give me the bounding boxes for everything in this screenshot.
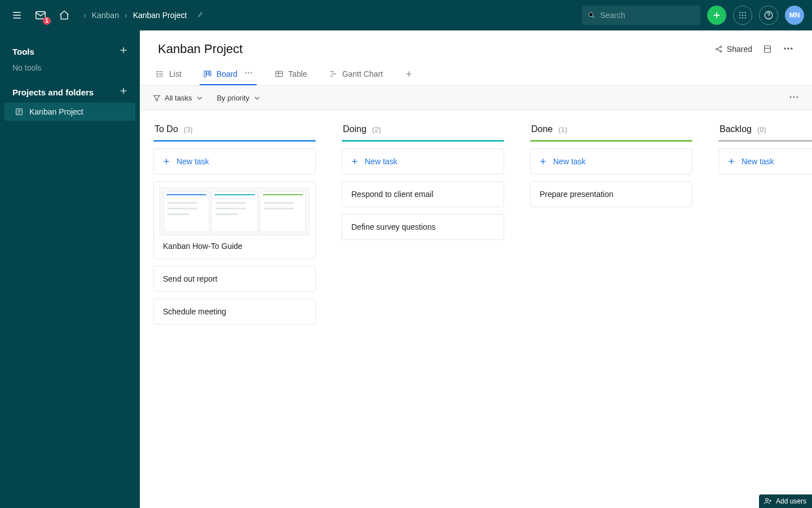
svg-point-9	[742, 12, 743, 13]
tab-gantt[interactable]: Gantt Chart	[325, 63, 386, 85]
svg-point-15	[742, 17, 743, 19]
breadcrumb-separator: ›	[125, 11, 127, 20]
column-title: To Do	[155, 124, 178, 134]
task-card[interactable]: Respond to client email	[342, 181, 504, 207]
new-task-button[interactable]: New task	[342, 148, 504, 174]
svg-rect-49	[276, 71, 283, 76]
more-horizontal-icon	[783, 43, 794, 54]
column-accent	[153, 140, 316, 142]
page-title: Kanban Project	[158, 42, 242, 56]
column-count: (2)	[372, 125, 381, 134]
search-icon	[588, 11, 595, 20]
sidebar-item-kanban-project[interactable]: Kanban Project	[5, 103, 135, 121]
task-card[interactable]: Send out report	[153, 266, 316, 292]
sidebar-projects-header: Projects and folders	[0, 80, 140, 102]
mail-badge: 1	[43, 17, 51, 25]
new-task-label: New task	[742, 157, 774, 166]
pin-button[interactable]	[196, 10, 205, 21]
tab-board-label: Board	[217, 69, 237, 78]
tab-table[interactable]: Table	[271, 63, 310, 85]
home-button[interactable]	[55, 6, 73, 24]
sidebar: Tools No tools Projects and folders Kanb…	[0, 30, 140, 508]
tab-board-more[interactable]	[244, 68, 253, 79]
apps-grid-icon	[738, 11, 747, 20]
new-task-button[interactable]: New task	[530, 148, 692, 174]
column-accent	[718, 140, 812, 142]
shared-button[interactable]: Shared	[714, 45, 752, 54]
panel-toggle-button[interactable]	[762, 44, 773, 54]
svg-point-18	[768, 17, 769, 17]
svg-point-58	[790, 97, 792, 98]
new-task-button[interactable]: New task	[153, 148, 316, 174]
column-count: (0)	[757, 125, 766, 134]
hamburger-menu-button[interactable]	[8, 6, 26, 24]
sort-by-priority[interactable]: By priority	[217, 94, 262, 103]
task-card[interactable]: Prepare presentation	[530, 181, 692, 207]
svg-rect-43	[204, 71, 206, 77]
plus-icon	[162, 157, 171, 166]
page-more-button[interactable]	[783, 43, 794, 56]
search-box[interactable]	[582, 6, 700, 25]
column-header[interactable]: Backlog(0)	[718, 124, 812, 140]
svg-point-35	[788, 47, 789, 49]
filter-icon	[152, 94, 161, 103]
svg-point-60	[797, 97, 798, 98]
sidebar-tools-title: Tools	[12, 47, 34, 56]
plus-icon	[118, 86, 129, 96]
board-column: Doing(2)New taskRespond to client emailD…	[342, 124, 504, 502]
home-icon	[59, 10, 70, 21]
kanban-board[interactable]: To Do(3)New taskKanban How-To GuideSend …	[140, 111, 812, 508]
add-tool-button[interactable]	[118, 45, 129, 58]
add-view-button[interactable]	[401, 63, 417, 85]
task-card[interactable]: Define survey questions	[342, 214, 504, 240]
board-column: Backlog(0)New task	[718, 124, 812, 502]
page-header-actions: Shared	[714, 43, 794, 56]
breadcrumb-item-parent[interactable]: Kanban	[92, 11, 119, 20]
search-input[interactable]	[600, 11, 695, 20]
column-count: (1)	[558, 125, 567, 134]
add-project-button[interactable]	[118, 86, 129, 98]
task-card[interactable]: Schedule meeting	[153, 299, 316, 325]
svg-point-69	[766, 498, 769, 501]
column-header[interactable]: Done(1)	[530, 124, 692, 140]
new-task-label: New task	[176, 157, 209, 166]
svg-rect-32	[765, 46, 771, 52]
shared-label: Shared	[727, 45, 752, 54]
plus-icon	[404, 69, 413, 78]
chevron-down-icon	[195, 94, 204, 103]
svg-point-10	[745, 12, 746, 13]
inbox-button[interactable]: 1	[32, 6, 50, 24]
svg-point-16	[745, 17, 746, 19]
apps-button[interactable]	[733, 6, 752, 25]
breadcrumb-item-current[interactable]: Kanban Project	[133, 11, 187, 20]
svg-point-12	[742, 15, 743, 16]
sidebar-item-label: Kanban Project	[29, 107, 83, 116]
column-title: Done	[531, 124, 553, 134]
user-avatar[interactable]: MN	[785, 6, 804, 25]
svg-line-30	[717, 47, 720, 49]
topbar: 1 › Kanban › Kanban Project MN	[0, 0, 812, 30]
new-task-button[interactable]: New task	[718, 148, 812, 174]
help-button[interactable]	[759, 6, 778, 25]
tab-board[interactable]: Board	[200, 63, 257, 85]
svg-point-47	[248, 72, 249, 73]
tab-gantt-label: Gantt Chart	[342, 69, 383, 78]
column-header[interactable]: Doing(2)	[342, 124, 504, 140]
global-create-button[interactable]	[707, 6, 726, 25]
more-horizontal-icon	[244, 68, 253, 77]
svg-rect-44	[206, 71, 208, 75]
filter-all-tasks[interactable]: All tasks	[152, 94, 204, 103]
filter-bar: All tasks By priority	[140, 86, 812, 111]
pin-icon	[196, 10, 205, 19]
sidebar-projects-title: Projects and folders	[12, 87, 94, 97]
svg-point-13	[745, 15, 746, 16]
add-users-button[interactable]: Add users	[759, 494, 812, 508]
tab-list[interactable]: List	[152, 63, 185, 85]
plus-icon	[712, 10, 722, 20]
task-card[interactable]: Kanban How-To Guide	[153, 181, 316, 259]
card-title: Kanban How-To Guide	[160, 242, 310, 251]
column-title: Backlog	[720, 124, 752, 134]
filter-more-button[interactable]	[788, 91, 800, 104]
column-header[interactable]: To Do(3)	[153, 124, 316, 140]
svg-point-36	[791, 47, 793, 49]
